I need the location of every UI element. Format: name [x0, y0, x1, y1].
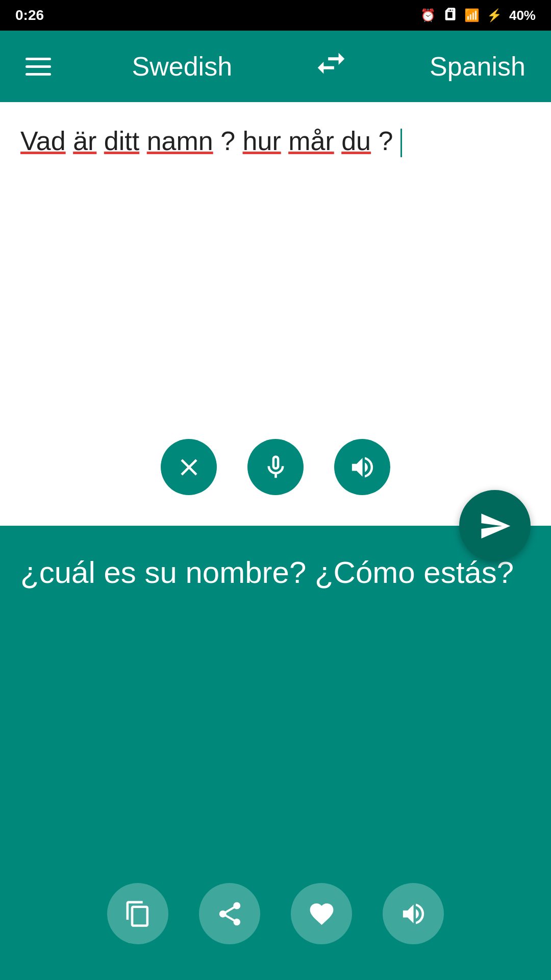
- translated-text: ¿cuál es su nombre? ¿Cómo estás?: [20, 551, 531, 594]
- menu-button[interactable]: [26, 58, 51, 76]
- copy-button[interactable]: [107, 883, 168, 944]
- input-punctuation2: ?: [378, 126, 393, 156]
- battery-level: 40%: [509, 8, 536, 23]
- input-word-hur: hur: [243, 126, 281, 156]
- input-word-mar: mår: [288, 126, 334, 156]
- charging-icon: ⚡: [487, 8, 502, 22]
- output-actions: [0, 852, 551, 954]
- source-language[interactable]: Swedish: [132, 51, 233, 82]
- toolbar: Swedish Spanish: [0, 31, 551, 102]
- text-cursor: [400, 129, 402, 157]
- clear-button[interactable]: [161, 439, 217, 495]
- output-panel: ¿cuál es su nombre? ¿Cómo estás?: [0, 526, 551, 980]
- swap-languages-button[interactable]: [313, 45, 349, 87]
- input-word-du: du: [341, 126, 371, 156]
- share-button[interactable]: [199, 883, 260, 944]
- translate-button[interactable]: [459, 490, 531, 561]
- input-word-namn: namn: [147, 126, 213, 156]
- favorite-button[interactable]: [291, 883, 352, 944]
- input-actions: [20, 429, 531, 516]
- sim-icon: [443, 7, 457, 24]
- alarm-icon: ⏰: [420, 8, 436, 22]
- input-word-ditt: ditt: [104, 126, 139, 156]
- status-icons: ⏰ 📶 ⚡ 40%: [420, 7, 536, 24]
- input-word-ar: är: [73, 126, 96, 156]
- microphone-button[interactable]: [247, 439, 304, 495]
- status-time: 0:26: [15, 7, 44, 23]
- source-text-input[interactable]: Vad är ditt namn ? hur mår du ?: [20, 122, 531, 429]
- signal-icon: 📶: [464, 8, 480, 22]
- input-panel: Vad är ditt namn ? hur mår du ?: [0, 102, 551, 526]
- status-bar: 0:26 ⏰ 📶 ⚡ 40%: [0, 0, 551, 31]
- speak-output-button[interactable]: [383, 883, 444, 944]
- input-punctuation: ?: [220, 126, 242, 156]
- target-language[interactable]: Spanish: [430, 51, 525, 82]
- input-word-vad: Vad: [20, 126, 66, 156]
- speak-input-button[interactable]: [334, 439, 390, 495]
